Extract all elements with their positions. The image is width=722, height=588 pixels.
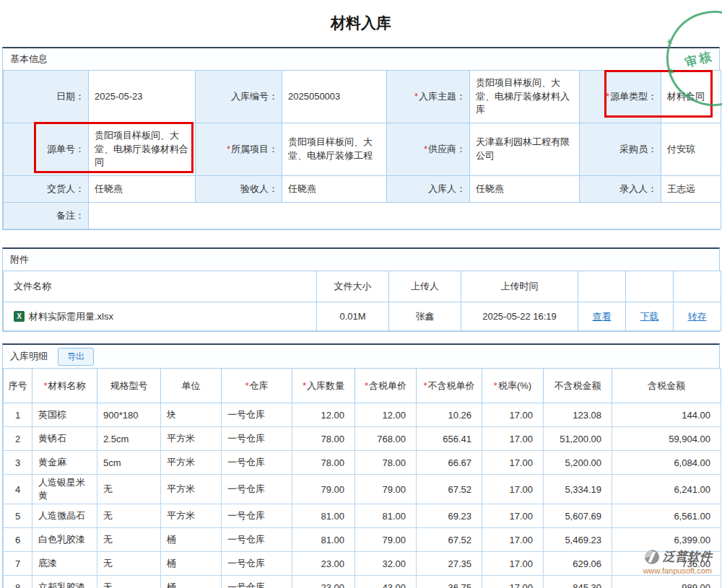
cell-price-notax: 67.52 xyxy=(417,528,482,552)
cell-warehouse: 一号仓库 xyxy=(222,427,292,451)
cell-seq: 7 xyxy=(4,552,32,576)
page-title: 材料入库 xyxy=(0,0,722,47)
view-link[interactable]: 查看 xyxy=(593,311,612,322)
required-asterisk: * xyxy=(43,380,47,391)
detail-table-body: 1 英国棕 900*180 块 一号仓库 12.00 12.00 10.26 1… xyxy=(4,403,721,588)
cell-qty: 23.00 xyxy=(292,576,355,588)
cell-tax-rate: 17.00 xyxy=(482,552,544,576)
inbound-details-bar: 入库明细 导出 xyxy=(3,345,719,368)
detail-header-row: *序号 *材料名称 *规格型号 *单位 *仓库 *入库数量 *含税单价 *不含税… xyxy=(4,369,721,403)
cell-seq: 3 xyxy=(4,451,32,475)
basic-info-row-4: *备注： xyxy=(4,203,721,229)
supplier-value: 天津嘉利园林工程有限公司 xyxy=(470,123,580,176)
col-header-unit: *单位 xyxy=(161,369,222,403)
table-row: 6 白色乳胶漆 无 桶 一号仓库 81.00 79.00 67.52 17.00… xyxy=(4,528,721,552)
cell-amount-notax: 5,334.19 xyxy=(544,475,612,504)
basic-info-table: *日期： 2025-05-23 *入库编号： 2025050003 *入库主题：… xyxy=(3,70,721,229)
cell-material: 人造银星米黄 xyxy=(32,475,97,504)
col-header-price-tax: *含税单价 xyxy=(355,369,417,403)
table-row: 2 黄锈石 2.5cm 平方米 一号仓库 78.00 768.00 656.41… xyxy=(4,427,721,451)
file-download-cell: 下载 xyxy=(626,302,674,331)
cell-tax-rate: 17.00 xyxy=(482,504,544,528)
download-link[interactable]: 下载 xyxy=(640,311,659,322)
export-button[interactable]: 导出 xyxy=(58,348,94,366)
cell-spec: 无 xyxy=(97,504,161,528)
cell-tax-rate: 17.00 xyxy=(482,403,544,427)
cell-price-tax: 12.00 xyxy=(355,403,417,427)
cell-unit: 平方米 xyxy=(161,475,222,504)
cell-price-tax: 78.00 xyxy=(355,451,417,475)
col-header-uploader: 上传人 xyxy=(389,271,461,302)
cell-price-tax: 79.00 xyxy=(355,475,417,504)
cell-unit: 桶 xyxy=(161,576,222,588)
cell-qty: 81.00 xyxy=(292,504,355,528)
cell-price-tax: 32.00 xyxy=(355,552,417,576)
cell-qty: 78.00 xyxy=(292,427,355,451)
deliverer-value: 任晓燕 xyxy=(89,176,196,203)
cell-qty: 79.00 xyxy=(292,475,355,504)
cell-amount-notax: 5,200.00 xyxy=(544,451,612,475)
cell-warehouse: 一号仓库 xyxy=(222,528,292,552)
file-save-cell: 转存 xyxy=(674,302,721,331)
excel-file-icon xyxy=(14,311,25,322)
remark-value xyxy=(89,203,721,229)
supplier-label: *供应商： xyxy=(387,123,470,176)
file-size: 0.01M xyxy=(317,302,389,331)
cell-unit: 桶 xyxy=(161,528,222,552)
required-asterisk: * xyxy=(303,380,306,391)
basic-info-row-2: *源单号： 贵阳项目样板间、大堂、电梯厅装修材料合同 *所属项目： 贵阳项目样板… xyxy=(4,123,721,176)
cell-qty: 81.00 xyxy=(292,528,355,552)
cell-tax-rate: 17.00 xyxy=(482,475,544,504)
table-row: 7 底漆 无 桶 一号仓库 23.00 32.00 27.35 17.00 62… xyxy=(4,552,721,576)
basic-info-section-title: 基本信息 xyxy=(3,48,719,70)
col-header-upload-time: 上传时间 xyxy=(461,271,578,302)
cell-amount-notax: 5,607.69 xyxy=(544,504,612,528)
inbound-no-value: 2025050003 xyxy=(282,71,387,123)
inspector-value: 任晓燕 xyxy=(282,176,387,203)
cell-qty: 23.00 xyxy=(292,552,355,576)
required-asterisk: * xyxy=(606,91,609,102)
cell-amount-tax: 6,561.00 xyxy=(612,504,721,528)
col-header-action-2 xyxy=(626,271,674,302)
col-header-seq: *序号 xyxy=(4,369,32,403)
cell-spec: 5cm xyxy=(97,451,161,475)
cell-tax-rate: 17.00 xyxy=(482,528,544,552)
col-header-file-size: 文件大小 xyxy=(317,271,389,302)
cell-price-tax: 43.00 xyxy=(355,576,417,588)
cell-qty: 12.00 xyxy=(292,403,355,427)
cell-material: 黄金麻 xyxy=(32,451,97,475)
cell-price-tax: 768.00 xyxy=(355,427,417,451)
table-row: 5 人造微晶石 无 平方米 一号仓库 81.00 81.00 69.23 17.… xyxy=(4,504,721,528)
buyer-label: *采购员： xyxy=(580,123,661,176)
cell-warehouse: 一号仓库 xyxy=(222,475,292,504)
cell-warehouse: 一号仓库 xyxy=(222,576,292,588)
basic-info-row-1: *日期： 2025-05-23 *入库编号： 2025050003 *入库主题：… xyxy=(4,71,721,123)
required-asterisk: * xyxy=(494,380,497,391)
cell-amount-notax: 123.08 xyxy=(544,403,612,427)
cell-spec: 2.5cm xyxy=(97,427,161,451)
cell-amount-notax: 51,200.00 xyxy=(544,427,612,451)
file-name: 材料实际需用量.xlsx xyxy=(29,310,113,323)
table-row: 4 人造银星米黄 无 平方米 一号仓库 79.00 79.00 67.52 17… xyxy=(4,475,721,504)
cell-material: 人造微晶石 xyxy=(32,504,97,528)
col-header-material: *材料名称 xyxy=(32,369,97,403)
attachments-header-row: 文件名称 文件大小 上传人 上传时间 xyxy=(4,271,721,302)
subject-label: *入库主题： xyxy=(387,71,470,123)
recorder-label: *录入人： xyxy=(580,176,661,203)
save-as-link[interactable]: 转存 xyxy=(688,311,707,322)
basic-info-section: 基本信息 *日期： 2025-05-23 *入库编号： 2025050003 *… xyxy=(2,47,720,230)
source-type-value: 材料合同 xyxy=(661,71,721,123)
col-header-warehouse: *仓库 xyxy=(222,369,292,403)
cell-spec: 无 xyxy=(97,528,161,552)
cell-tax-rate: 17.00 xyxy=(482,576,544,588)
source-order-label: *源单号： xyxy=(4,123,89,176)
project-value: 贵阳项目样板间、大堂、电梯厅装修工程 xyxy=(282,123,387,176)
file-uploader: 张鑫 xyxy=(389,302,461,331)
cell-amount-tax: 144.00 xyxy=(612,403,721,427)
col-header-spec: *规格型号 xyxy=(97,369,161,403)
cell-material: 英国棕 xyxy=(32,403,97,427)
cell-amount-tax: 989.00 xyxy=(612,576,721,588)
col-header-tax-rate: *税率(%) xyxy=(482,369,544,403)
required-asterisk: * xyxy=(365,380,368,391)
cell-unit: 桶 xyxy=(161,552,222,576)
